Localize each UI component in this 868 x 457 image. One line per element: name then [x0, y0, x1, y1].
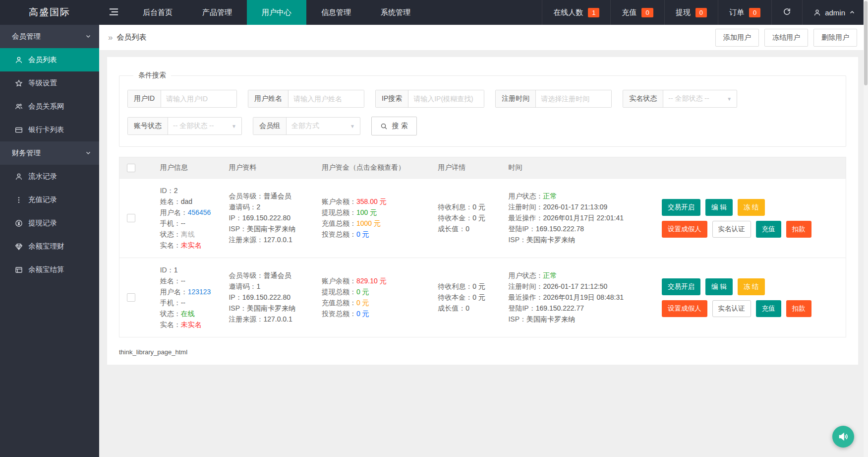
caret-down-icon: ▼ [350, 118, 360, 134]
topbar-stat[interactable]: 在线人数 1 [542, 0, 610, 25]
action-button[interactable]: 实名认证 [712, 221, 751, 238]
topbar-stat[interactable]: 提现 0 [664, 0, 718, 25]
user-details-cell: 待收利息：0 元 待收本金：0 元 成长值：0 [434, 281, 504, 314]
fund-amount[interactable]: 0 元 [356, 310, 369, 318]
action-button[interactable]: 扣款 [786, 300, 811, 317]
field-input[interactable] [161, 90, 236, 107]
nav-item[interactable]: 用户中心 [247, 0, 306, 25]
sidebar-item[interactable]: 银行卡列表 [0, 118, 99, 141]
sidebar-item[interactable]: 余额宝结算 [0, 258, 99, 281]
fund-amount[interactable]: 0 元 [356, 230, 369, 238]
field-name: ISP： [229, 304, 247, 312]
field-name: 待收利息： [438, 282, 472, 290]
fund-amount[interactable]: 0 元 [356, 299, 369, 307]
field-value: 离线 [181, 230, 195, 238]
user-funds-cell: 账户余额：829.10 元 提现总额：0 元 充值总额：0 元 [318, 275, 434, 320]
main-area: » 会员列表 添加用户 冻结用户 删除用户 条件搜索 [99, 25, 868, 457]
field-name: 登陆IP： [508, 225, 535, 233]
search-field[interactable]: IP搜索 ▼ [375, 90, 484, 108]
field-name: 姓名： [160, 277, 181, 285]
col-header-user-profile: 用户资料 [225, 163, 318, 172]
topbar-stat[interactable]: 订单 0 [718, 0, 771, 25]
scrollbar-thumb[interactable] [864, 1, 868, 85]
search-field[interactable]: 实名状态 -- 全部状态 -- ▼ [623, 90, 737, 108]
sidebar-item[interactable]: 会员列表 [0, 48, 99, 71]
field-input[interactable] [408, 90, 484, 107]
sidebar-item[interactable]: 余额宝理财 [0, 235, 99, 258]
audio-notification-button[interactable] [832, 426, 854, 448]
nav-item[interactable]: 信息管理 [306, 0, 366, 25]
user-menu[interactable]: admin [802, 0, 868, 25]
search-field[interactable]: 会员组 全部方式 ▼ [253, 117, 360, 135]
star-icon [15, 79, 23, 87]
sidebar-item[interactable]: 充值记录 [0, 188, 99, 211]
toolbar-button[interactable]: 添加用户 [715, 29, 759, 47]
col-header-user-details: 用户详情 [434, 163, 504, 172]
field-input[interactable] [289, 90, 364, 107]
field-name: 最近操作： [508, 293, 543, 301]
nav-item[interactable]: 系统管理 [366, 0, 425, 25]
field-label: 用户姓名 [248, 90, 289, 107]
search-field[interactable]: 用户姓名 ▼ [248, 90, 364, 108]
search-field[interactable]: 注册时间 ▼ [495, 90, 612, 108]
action-button[interactable]: 设置成假人 [662, 221, 707, 238]
action-button[interactable]: 充值 [756, 300, 781, 317]
sidebar-item[interactable]: 会员关系网 [0, 95, 99, 118]
field-name: 待收本金： [438, 293, 472, 301]
sidebar-item[interactable]: 等级设置 [0, 71, 99, 95]
sidebar-item[interactable]: 流水记录 [0, 165, 99, 188]
search-button[interactable]: 搜 索 [371, 117, 417, 135]
sidebar-group-header[interactable]: 会员管理 [0, 25, 99, 48]
field-value: 127.0.0.1 [263, 236, 292, 244]
fund-amount[interactable]: 829.10 元 [356, 277, 387, 285]
field-value: -- [181, 277, 185, 285]
row-checkbox[interactable] [127, 293, 135, 302]
field-value: 0 元 [472, 203, 485, 211]
toolbar-button[interactable]: 冻结用户 [764, 29, 808, 47]
action-button[interactable]: 设置成假人 [662, 300, 707, 317]
action-button[interactable]: 交易开启 [662, 199, 700, 216]
field-value: 0 [465, 304, 469, 312]
action-button[interactable]: 冻 结 [738, 278, 765, 295]
action-button[interactable]: 实名认证 [712, 300, 751, 317]
search-button-label: 搜 索 [392, 122, 408, 131]
field-name: 登陆IP： [508, 304, 535, 312]
field-input[interactable] [536, 90, 611, 107]
sidebar-toggle-button[interactable] [99, 0, 128, 25]
select-all-checkbox[interactable] [127, 164, 135, 172]
fund-amount[interactable]: 0 元 [356, 288, 369, 296]
row-checkbox[interactable] [127, 214, 135, 222]
ellipsis-icon [15, 196, 23, 204]
nav-item[interactable]: 后台首页 [128, 0, 187, 25]
fund-amount[interactable]: 358.00 元 [356, 197, 387, 205]
action-button[interactable]: 编 辑 [705, 278, 733, 295]
fund-amount[interactable]: 1000 元 [356, 219, 381, 227]
refresh-button[interactable] [771, 0, 802, 25]
field-value: 美国南卡罗来纳 [247, 225, 295, 233]
nav-item[interactable]: 产品管理 [187, 0, 247, 25]
field-value[interactable]: 123123 [188, 288, 211, 296]
action-button[interactable]: 冻 结 [738, 199, 765, 216]
action-button[interactable]: 编 辑 [705, 199, 733, 216]
field-value: 未实名 [181, 321, 202, 328]
action-button[interactable]: 交易开启 [662, 278, 700, 295]
fund-amount[interactable]: 100 元 [356, 208, 377, 216]
search-field[interactable]: 账号状态 -- 全部状态 -- ▼ [127, 117, 242, 135]
toolbar-button[interactable]: 删除用户 [813, 29, 857, 47]
action-button[interactable]: 扣款 [786, 221, 811, 238]
action-button[interactable]: 充值 [756, 221, 781, 238]
credit-card-icon [15, 126, 23, 134]
field-name: ISP： [508, 315, 526, 323]
field-value[interactable]: 456456 [188, 208, 211, 216]
search-field[interactable]: 用户ID ▼ [127, 90, 237, 108]
field-name: ISP： [229, 225, 247, 233]
topbar-stat[interactable]: 充值 0 [610, 0, 664, 25]
page-header-bar: » 会员列表 添加用户 冻结用户 删除用户 [99, 25, 868, 51]
user-profile-cell: 会员等级：普通会员 邀请码：1 IP：169.150.222.80 [225, 270, 318, 325]
search-panel: 条件搜索 用户ID ▼ [119, 71, 846, 147]
sidebar-group-header[interactable]: 财务管理 [0, 141, 99, 165]
field-name: 姓名： [160, 197, 181, 205]
list-icon [15, 266, 23, 274]
sidebar-item[interactable]: 提现记录 [0, 211, 99, 235]
field-name: 注册来源： [229, 315, 263, 323]
